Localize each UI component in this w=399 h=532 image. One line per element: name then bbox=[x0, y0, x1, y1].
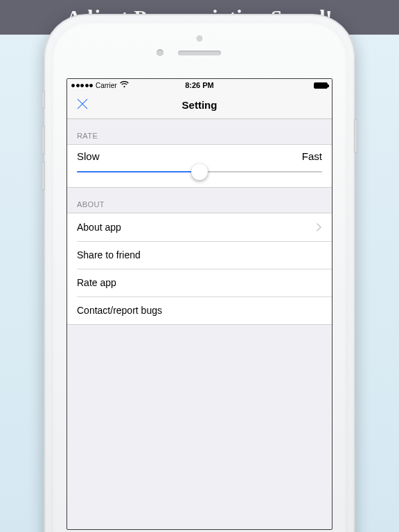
about-row[interactable]: Contact/report bugs bbox=[67, 296, 332, 324]
status-bar: Carrier 8:26 PM bbox=[67, 79, 332, 91]
mute-switch bbox=[42, 91, 45, 109]
nav-bar: Setting bbox=[67, 91, 332, 119]
rate-slider[interactable] bbox=[77, 165, 322, 179]
about-row-label: About app bbox=[77, 222, 121, 233]
about-row[interactable]: About app bbox=[67, 213, 332, 241]
sensor-dot bbox=[197, 35, 203, 42]
front-camera bbox=[157, 49, 163, 56]
about-group: About appShare to friendRate appContact/… bbox=[67, 213, 332, 325]
page-title: Setting bbox=[182, 99, 218, 111]
about-row-label: Share to friend bbox=[77, 249, 141, 260]
about-row[interactable]: Rate app bbox=[67, 269, 332, 296]
screen: Carrier 8:26 PM Setting bbox=[66, 78, 332, 530]
stage: Carrier 8:26 PM Setting bbox=[0, 35, 399, 532]
settings-list: RATE Slow Fast ABOUT About appSh bbox=[67, 119, 332, 325]
rate-slider-cell: Slow Fast bbox=[67, 144, 332, 188]
battery-icon bbox=[314, 82, 328, 89]
phone-bezel: Carrier 8:26 PM Setting bbox=[51, 21, 348, 532]
slider-max-label: Fast bbox=[302, 150, 322, 162]
about-row-label: Rate app bbox=[77, 277, 116, 288]
slider-min-label: Slow bbox=[77, 150, 100, 162]
about-row[interactable]: Share to friend bbox=[67, 241, 332, 269]
clock-label: 8:26 PM bbox=[67, 81, 332, 89]
phone-frame: Carrier 8:26 PM Setting bbox=[44, 14, 355, 532]
section-header-rate: RATE bbox=[67, 119, 332, 144]
section-header-about: ABOUT bbox=[67, 188, 332, 213]
volume-up-button bbox=[42, 125, 45, 154]
close-icon bbox=[76, 97, 89, 114]
volume-down-button bbox=[42, 161, 45, 190]
close-button[interactable] bbox=[74, 97, 91, 114]
power-button bbox=[354, 118, 357, 153]
slider-thumb[interactable] bbox=[191, 163, 208, 180]
chevron-right-icon bbox=[317, 223, 322, 231]
about-row-label: Contact/report bugs bbox=[77, 305, 162, 316]
earpiece-speaker bbox=[178, 51, 221, 55]
